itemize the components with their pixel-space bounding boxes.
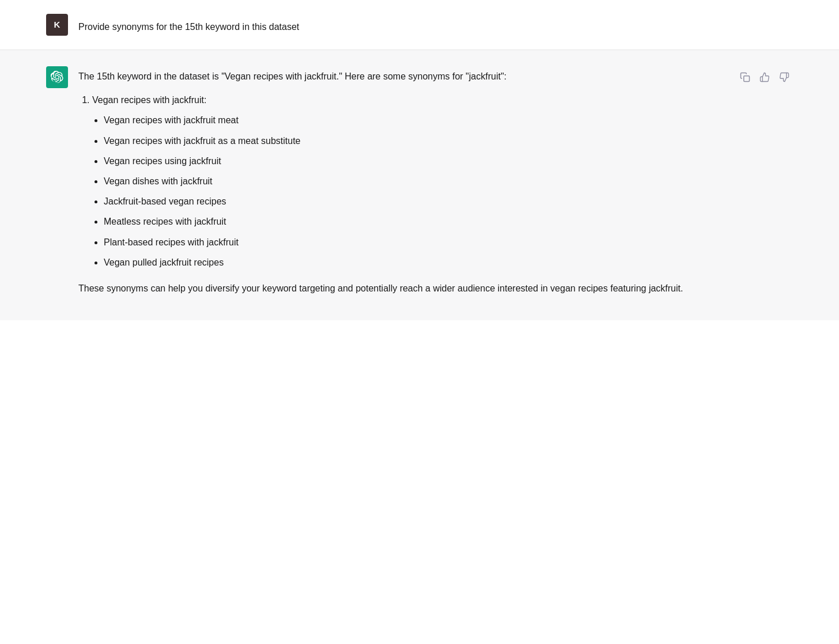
thumbs-up-icon xyxy=(759,72,770,82)
assistant-message-text: The 15th keyword in the dataset is "Vega… xyxy=(78,69,726,296)
user-message-text: Provide synonyms for the 15th keyword in… xyxy=(78,16,793,35)
sub-item-3: Vegan recipes using jackfruit xyxy=(104,153,726,169)
thumbs-down-icon xyxy=(779,72,789,82)
assistant-avatar xyxy=(46,66,68,88)
sub-item-2: Vegan recipes with jackfruit as a meat s… xyxy=(104,133,726,149)
svg-rect-0 xyxy=(744,76,750,82)
sub-item-4: Vegan dishes with jackfruit xyxy=(104,173,726,189)
assistant-message: The 15th keyword in the dataset is "Vega… xyxy=(0,50,839,320)
user-avatar-letter: K xyxy=(54,18,61,32)
user-avatar: K xyxy=(46,14,68,36)
chat-container: K Provide synonyms for the 15th keyword … xyxy=(0,0,839,644)
sub-item-8: Vegan pulled jackfruit recipes xyxy=(104,255,726,270)
user-message: K Provide synonyms for the 15th keyword … xyxy=(0,0,839,50)
assistant-closing: These synonyms can help you diversify yo… xyxy=(78,281,726,296)
sub-list-1: Vegan recipes with jackfruit meat Vegan … xyxy=(92,112,726,270)
sub-item-1: Vegan recipes with jackfruit meat xyxy=(104,112,726,128)
copy-icon xyxy=(740,72,750,82)
thumbs-up-button[interactable] xyxy=(756,69,773,86)
numbered-list: Vegan recipes with jackfruit: Vegan reci… xyxy=(78,92,726,270)
thumbs-down-button[interactable] xyxy=(776,69,793,86)
assistant-intro: The 15th keyword in the dataset is "Vega… xyxy=(78,69,726,84)
copy-button[interactable] xyxy=(736,69,754,86)
chatgpt-logo-icon xyxy=(51,71,63,84)
assistant-message-content: The 15th keyword in the dataset is "Vega… xyxy=(78,66,726,304)
list-item-1: Vegan recipes with jackfruit: Vegan reci… xyxy=(92,92,726,270)
action-buttons xyxy=(736,69,793,86)
user-message-content: Provide synonyms for the 15th keyword in… xyxy=(78,14,793,35)
list-item-1-label: Vegan recipes with jackfruit: xyxy=(92,95,206,105)
sub-item-5: Jackfruit-based vegan recipes xyxy=(104,194,726,209)
sub-item-7: Plant-based recipes with jackfruit xyxy=(104,234,726,250)
sub-item-6: Meatless recipes with jackfruit xyxy=(104,214,726,229)
